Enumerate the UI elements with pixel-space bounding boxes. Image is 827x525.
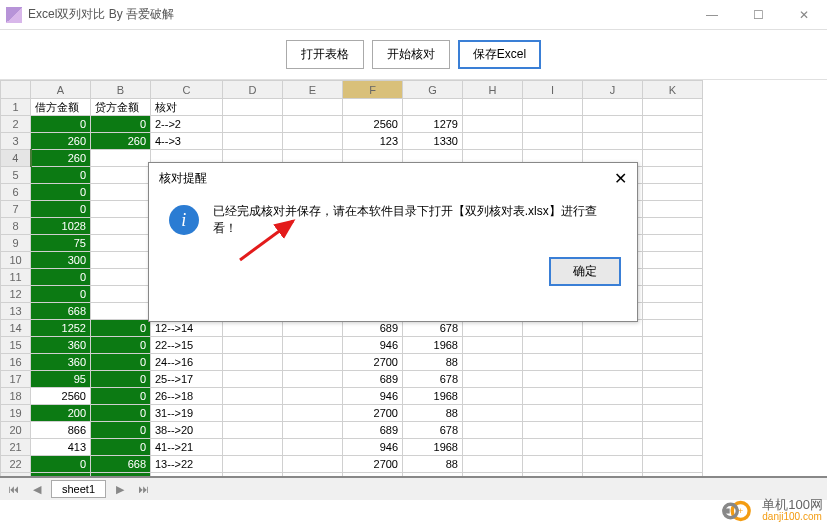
close-window-button[interactable]: ✕ <box>781 0 827 30</box>
cell[interactable]: 360 <box>31 354 91 371</box>
cell[interactable] <box>643 201 703 218</box>
cell[interactable]: 12 <box>1 286 31 303</box>
column-header[interactable]: D <box>223 81 283 99</box>
cell[interactable] <box>523 439 583 456</box>
cell[interactable]: 11 <box>1 269 31 286</box>
cell[interactable]: 5 <box>1 167 31 184</box>
cell[interactable]: 0 <box>31 269 91 286</box>
cell[interactable] <box>223 388 283 405</box>
cell[interactable] <box>283 337 343 354</box>
cell[interactable] <box>223 456 283 473</box>
cell[interactable] <box>463 354 523 371</box>
cell[interactable] <box>583 116 643 133</box>
cell[interactable]: 25-->17 <box>151 371 223 388</box>
column-header[interactable]: E <box>283 81 343 99</box>
cell[interactable]: 0 <box>91 422 151 439</box>
cell[interactable] <box>283 422 343 439</box>
cell[interactable]: 200 <box>31 405 91 422</box>
cell[interactable]: 0 <box>91 388 151 405</box>
cell[interactable]: 15 <box>1 337 31 354</box>
column-header[interactable]: F <box>343 81 403 99</box>
cell[interactable] <box>643 184 703 201</box>
cell[interactable] <box>583 371 643 388</box>
cell[interactable] <box>523 99 583 116</box>
cell[interactable] <box>91 218 151 235</box>
cell[interactable]: 360 <box>31 337 91 354</box>
cell[interactable] <box>463 320 523 337</box>
cell[interactable] <box>643 150 703 167</box>
cell[interactable] <box>223 354 283 371</box>
cell[interactable]: 2560 <box>343 116 403 133</box>
cell[interactable]: 88 <box>403 456 463 473</box>
cell[interactable] <box>643 99 703 116</box>
cell[interactable]: 946 <box>343 337 403 354</box>
cell[interactable] <box>643 133 703 150</box>
ok-button[interactable]: 确定 <box>549 257 621 286</box>
cell[interactable]: 2700 <box>343 456 403 473</box>
cell[interactable] <box>91 269 151 286</box>
cell[interactable]: 2560 <box>31 388 91 405</box>
cell[interactable] <box>643 303 703 320</box>
cell[interactable]: 668 <box>31 303 91 320</box>
cell[interactable]: 2-->2 <box>151 116 223 133</box>
open-sheet-button[interactable]: 打开表格 <box>286 40 364 69</box>
cell[interactable] <box>643 371 703 388</box>
cell[interactable] <box>523 133 583 150</box>
dialog-close-button[interactable]: ✕ <box>614 169 627 188</box>
cell[interactable]: 689 <box>343 320 403 337</box>
cell[interactable]: 1 <box>1 99 31 116</box>
start-check-button[interactable]: 开始核对 <box>372 40 450 69</box>
cell[interactable]: 核对 <box>151 99 223 116</box>
cell[interactable]: 689 <box>343 422 403 439</box>
column-header[interactable]: A <box>31 81 91 99</box>
cell[interactable]: 1330 <box>403 133 463 150</box>
cell[interactable]: 4 <box>1 150 31 167</box>
cell[interactable]: 20 <box>1 422 31 439</box>
cell[interactable] <box>91 303 151 320</box>
cell[interactable] <box>283 456 343 473</box>
cell[interactable]: 88 <box>403 405 463 422</box>
cell[interactable] <box>463 133 523 150</box>
cell[interactable] <box>91 252 151 269</box>
cell[interactable]: 22 <box>1 456 31 473</box>
cell[interactable] <box>583 405 643 422</box>
minimize-button[interactable]: — <box>689 0 735 30</box>
cell[interactable] <box>223 133 283 150</box>
cell[interactable] <box>283 439 343 456</box>
cell[interactable] <box>463 371 523 388</box>
cell[interactable]: 21 <box>1 439 31 456</box>
cell[interactable] <box>643 116 703 133</box>
column-header[interactable]: G <box>403 81 463 99</box>
cell[interactable] <box>583 439 643 456</box>
save-excel-button[interactable]: 保存Excel <box>458 40 541 69</box>
cell[interactable] <box>583 337 643 354</box>
cell[interactable] <box>643 252 703 269</box>
column-header[interactable]: I <box>523 81 583 99</box>
cell[interactable] <box>523 456 583 473</box>
cell[interactable] <box>283 116 343 133</box>
cell[interactable]: 1968 <box>403 388 463 405</box>
cell[interactable] <box>523 337 583 354</box>
cell[interactable]: 0 <box>31 167 91 184</box>
cell[interactable] <box>523 116 583 133</box>
column-header[interactable]: B <box>91 81 151 99</box>
cell[interactable]: 2 <box>1 116 31 133</box>
cell[interactable] <box>283 133 343 150</box>
cell[interactable]: 75 <box>31 235 91 252</box>
cell[interactable] <box>91 150 151 167</box>
cell[interactable] <box>643 320 703 337</box>
cell[interactable] <box>523 371 583 388</box>
cell[interactable]: 13-->22 <box>151 456 223 473</box>
cell[interactable]: 95 <box>31 371 91 388</box>
cell[interactable]: 24-->16 <box>151 354 223 371</box>
column-header[interactable]: H <box>463 81 523 99</box>
cell[interactable]: 88 <box>403 354 463 371</box>
cell[interactable] <box>643 269 703 286</box>
cell[interactable] <box>223 439 283 456</box>
cell[interactable] <box>463 405 523 422</box>
cell[interactable] <box>463 422 523 439</box>
cell[interactable]: 866 <box>31 422 91 439</box>
cell[interactable]: 10 <box>1 252 31 269</box>
tab-nav-next-icon[interactable]: ▶ <box>112 483 128 496</box>
cell[interactable] <box>283 99 343 116</box>
